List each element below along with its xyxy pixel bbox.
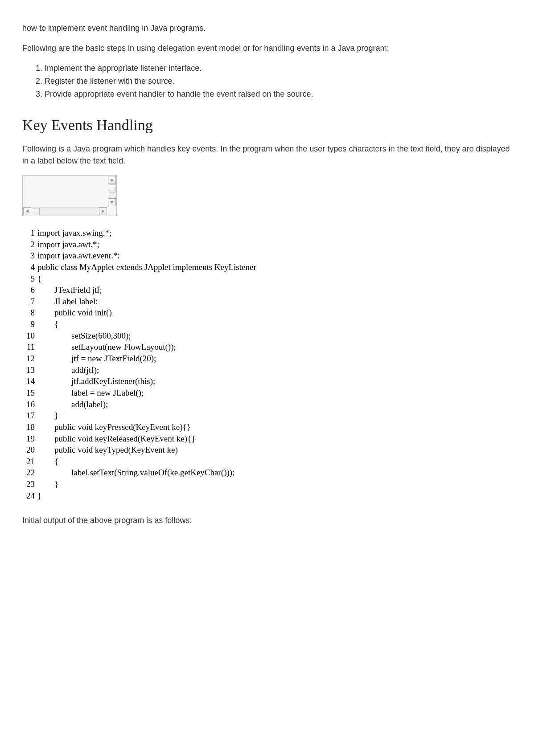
line-number: 15 bbox=[22, 387, 35, 399]
line-number: 4 bbox=[22, 262, 35, 273]
line-code: public void keyPressed(KeyEvent ke){} bbox=[35, 421, 191, 433]
line-code: label = new JLabel(); bbox=[35, 387, 144, 399]
code-line: 12 jtf = new JTextField(20); bbox=[22, 353, 513, 364]
scroll-left-button[interactable] bbox=[23, 207, 31, 215]
outro-paragraph: Initial output of the above program is a… bbox=[22, 515, 513, 527]
scroll-down-button[interactable] bbox=[108, 198, 116, 206]
code-line: 24} bbox=[22, 490, 513, 502]
line-code: JTextField jtf; bbox=[35, 284, 102, 296]
line-code: import java.awt.*; bbox=[35, 239, 99, 250]
arrow-up-icon bbox=[110, 179, 114, 181]
horizontal-scrollbar-thumb[interactable] bbox=[32, 208, 40, 215]
line-number: 8 bbox=[22, 307, 35, 319]
code-line: 5{ bbox=[22, 273, 513, 285]
code-line: 15 label = new JLabel(); bbox=[22, 387, 513, 399]
steps-list: Implement the appropriate listener inter… bbox=[45, 62, 513, 100]
line-code: } bbox=[35, 478, 58, 490]
applet-output-frame bbox=[22, 175, 117, 216]
code-line: 3import java.awt.event.*; bbox=[22, 250, 513, 262]
line-number: 17 bbox=[22, 410, 35, 421]
line-number: 6 bbox=[22, 284, 35, 296]
line-code: jtf.addKeyListener(this); bbox=[35, 376, 155, 387]
line-number: 16 bbox=[22, 399, 35, 410]
horizontal-scrollbar-track[interactable] bbox=[32, 207, 99, 215]
section-description: Following is a Java program which handle… bbox=[22, 143, 513, 167]
line-code: public class MyApplet extends JApplet im… bbox=[35, 262, 256, 273]
line-number: 1 bbox=[22, 227, 35, 239]
vertical-scrollbar-thumb[interactable] bbox=[109, 184, 116, 192]
code-line: 2import java.awt.*; bbox=[22, 239, 513, 250]
line-number: 7 bbox=[22, 296, 35, 307]
code-line: 1import javax.swing.*; bbox=[22, 227, 513, 239]
line-code: public void keyTyped(KeyEvent ke) bbox=[35, 444, 178, 456]
code-line: 19 public void keyReleased(KeyEvent ke){… bbox=[22, 433, 513, 445]
scroll-right-button[interactable] bbox=[99, 207, 107, 215]
line-code: { bbox=[35, 273, 41, 285]
line-number: 9 bbox=[22, 319, 35, 330]
code-line: 21 { bbox=[22, 456, 513, 467]
line-number: 23 bbox=[22, 478, 35, 490]
line-number: 24 bbox=[22, 490, 35, 502]
code-listing: 1import javax.swing.*;2import java.awt.*… bbox=[22, 227, 513, 501]
code-line: 18 public void keyPressed(KeyEvent ke){} bbox=[22, 421, 513, 433]
line-code: public void keyReleased(KeyEvent ke){} bbox=[35, 433, 195, 445]
line-code: label.setText(String.valueOf(ke.getKeyCh… bbox=[35, 467, 235, 478]
code-line: 13 add(jtf); bbox=[22, 364, 513, 376]
code-line: 17 } bbox=[22, 410, 513, 421]
vertical-scrollbar-track[interactable] bbox=[108, 184, 116, 198]
line-number: 20 bbox=[22, 444, 35, 456]
step-item: Implement the appropriate listener inter… bbox=[45, 62, 513, 74]
scroll-up-button[interactable] bbox=[108, 176, 116, 184]
line-number: 19 bbox=[22, 433, 35, 445]
line-number: 22 bbox=[22, 467, 35, 478]
line-code: setLayout(new FlowLayout()); bbox=[35, 341, 176, 353]
step-item: Register the listener with the source. bbox=[45, 75, 513, 87]
code-line: 6 JTextField jtf; bbox=[22, 284, 513, 296]
code-line: 14 jtf.addKeyListener(this); bbox=[22, 376, 513, 387]
code-line: 23 } bbox=[22, 478, 513, 490]
line-number: 11 bbox=[22, 341, 35, 353]
line-number: 12 bbox=[22, 353, 35, 364]
line-code: public void init() bbox=[35, 307, 112, 319]
arrow-down-icon bbox=[110, 201, 114, 204]
line-code: } bbox=[35, 490, 41, 502]
code-line: 7 JLabel label; bbox=[22, 296, 513, 307]
line-code: { bbox=[35, 456, 58, 467]
line-code: setSize(600,300); bbox=[35, 330, 131, 342]
step-item: Provide appropriate event handler to han… bbox=[45, 88, 513, 100]
line-code: add(jtf); bbox=[35, 364, 99, 376]
code-line: 4public class MyApplet extends JApplet i… bbox=[22, 262, 513, 273]
intro-paragraph-1: how to implement event handling in Java … bbox=[22, 22, 513, 34]
line-code: JLabel label; bbox=[35, 296, 98, 307]
line-number: 10 bbox=[22, 330, 35, 342]
arrow-right-icon bbox=[102, 209, 104, 213]
section-heading: Key Events Handling bbox=[22, 114, 513, 136]
arrow-left-icon bbox=[26, 209, 29, 213]
line-number: 3 bbox=[22, 250, 35, 262]
code-line: 16 add(label); bbox=[22, 399, 513, 410]
line-number: 5 bbox=[22, 273, 35, 285]
code-line: 22 label.setText(String.valueOf(ke.getKe… bbox=[22, 467, 513, 478]
code-line: 9 { bbox=[22, 319, 513, 330]
line-code: jtf = new JTextField(20); bbox=[35, 353, 156, 364]
line-number: 13 bbox=[22, 364, 35, 376]
line-number: 2 bbox=[22, 239, 35, 250]
line-code: { bbox=[35, 319, 58, 330]
line-code: import javax.swing.*; bbox=[35, 227, 111, 239]
line-code: } bbox=[35, 410, 58, 421]
line-number: 18 bbox=[22, 421, 35, 433]
code-line: 11 setLayout(new FlowLayout()); bbox=[22, 341, 513, 353]
line-number: 14 bbox=[22, 376, 35, 387]
line-number: 21 bbox=[22, 456, 35, 467]
code-line: 8 public void init() bbox=[22, 307, 513, 319]
intro-paragraph-2: Following are the basic steps in using d… bbox=[22, 42, 513, 54]
code-line: 10 setSize(600,300); bbox=[22, 330, 513, 342]
line-code: add(label); bbox=[35, 399, 108, 410]
line-code: import java.awt.event.*; bbox=[35, 250, 120, 262]
code-line: 20 public void keyTyped(KeyEvent ke) bbox=[22, 444, 513, 456]
